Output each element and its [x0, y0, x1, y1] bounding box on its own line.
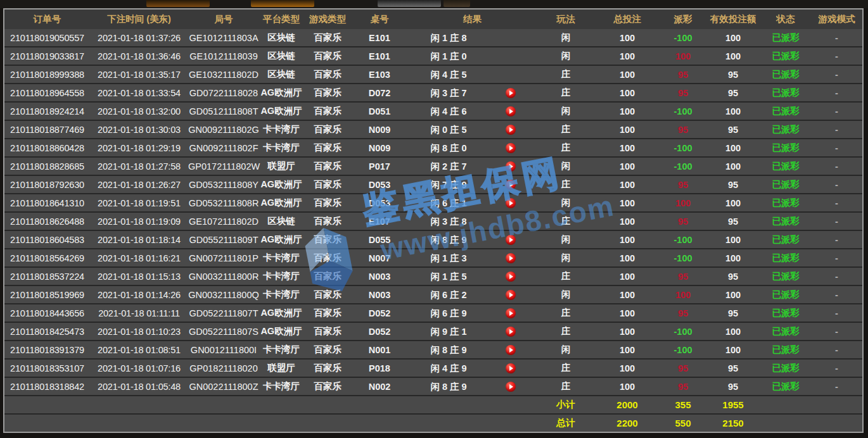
game-type: 百家乐: [303, 160, 352, 172]
bet-time: 2021-01-18 01:36:46: [90, 51, 188, 61]
replay-play-icon[interactable]: [506, 106, 516, 116]
status-badge: 已派彩: [760, 344, 811, 356]
result-text: 闲 0 庄 5: [407, 123, 490, 135]
payout-amount: 95: [660, 88, 706, 98]
replay-play-icon[interactable]: [506, 363, 516, 373]
replay-play-icon[interactable]: [506, 290, 516, 300]
replay-play-icon[interactable]: [506, 125, 516, 135]
replay-play-icon[interactable]: [506, 235, 516, 245]
valid-bet: 95: [706, 180, 760, 190]
round-id: GE1032111802D: [188, 70, 259, 80]
game-type: 百家乐: [303, 197, 352, 209]
status-badge: 已派彩: [760, 307, 811, 319]
total-bet: 100: [594, 106, 660, 116]
valid-bet: 95: [706, 382, 760, 392]
bet-side: 庄: [537, 123, 594, 135]
order-id: 210118018964558: [4, 88, 90, 98]
bet-time: 2021-01-18 01:19:09: [90, 216, 188, 227]
valid-bet: 95: [706, 70, 760, 80]
round-id: GP01821118020: [188, 363, 259, 373]
platform-type: AG欧洲厅: [259, 307, 303, 319]
col-header-payout: 派彩: [660, 13, 706, 25]
order-id: 210118018391379: [4, 345, 90, 355]
total-total-bet: 2200: [594, 418, 660, 429]
total-bet: 100: [594, 143, 660, 153]
game-mode: -: [811, 272, 862, 282]
table-number: D052: [352, 308, 407, 318]
col-header-valid-bet: 有效投注额: [706, 13, 760, 25]
order-id: 210118018860428: [4, 143, 90, 153]
bet-time: 2021-01-18 01:26:27: [90, 180, 188, 190]
table-number: N009: [352, 125, 407, 135]
total-bet: 100: [594, 290, 660, 300]
valid-bet: 100: [706, 198, 760, 208]
table-row: 210118019050557 2021-01-18 01:37:26 GE10…: [4, 29, 862, 46]
table-row: 210118018999388 2021-01-18 01:35:17 GE10…: [4, 65, 862, 83]
result-cell: 闲 8 庄 0: [407, 139, 537, 156]
result-text: 闲 8 庄 9: [407, 380, 490, 392]
status-badge: 已派彩: [760, 325, 811, 337]
table-number: N007: [352, 253, 407, 263]
game-type: 百家乐: [303, 307, 352, 319]
status-badge: 已派彩: [760, 289, 811, 301]
replay-play-icon[interactable]: [506, 198, 516, 208]
table-row: 210118019033817 2021-01-18 01:36:46 GE10…: [4, 46, 862, 65]
round-id: GE1012111803A: [188, 33, 259, 43]
game-mode: -: [811, 33, 862, 43]
payout-amount: 95: [660, 70, 706, 80]
bet-time: 2021-01-18 01:33:54: [90, 88, 188, 98]
total-bet: 100: [594, 51, 660, 61]
order-id: 210118019033817: [4, 51, 90, 61]
result-text: 闲 8 庄 9: [407, 344, 490, 356]
replay-play-icon[interactable]: [506, 88, 516, 98]
payout-amount: -100: [660, 106, 706, 116]
replay-play-icon[interactable]: [506, 382, 516, 392]
valid-bet: 100: [706, 327, 760, 337]
bet-time: 2021-01-18 01:27:58: [90, 161, 188, 172]
status-badge: 已派彩: [760, 270, 811, 282]
replay-play-icon[interactable]: [506, 143, 516, 153]
status-badge: 已派彩: [760, 178, 811, 191]
round-id: GN0032111800R: [188, 272, 259, 282]
game-mode: -: [811, 198, 862, 208]
total-bet: 100: [594, 327, 660, 337]
round-id: GD0552111809T: [188, 235, 259, 245]
table-number: D072: [352, 88, 407, 98]
game-mode: -: [811, 290, 862, 300]
replay-play-icon[interactable]: [506, 345, 516, 355]
game-type: 百家乐: [303, 68, 352, 80]
total-bet: 100: [594, 33, 660, 43]
table-number: N009: [352, 143, 407, 153]
subtotal-valid-bet: 1955: [706, 399, 760, 410]
game-type: 百家乐: [303, 32, 352, 44]
replay-play-icon[interactable]: [506, 161, 516, 172]
replay-play-icon[interactable]: [506, 272, 516, 282]
result-text: 闲 3 庄 8: [407, 215, 490, 227]
bet-side: 闲: [537, 234, 594, 246]
bet-time: 2021-01-18 01:37:26: [90, 33, 188, 43]
round-id: GD0512111808T: [188, 106, 259, 116]
subtotal-label: 小计: [537, 399, 594, 411]
table-number: D055: [352, 235, 407, 245]
result-cell: 闲 7 庄 9: [407, 176, 537, 193]
bet-time: 2021-01-18 01:08:51: [90, 345, 188, 355]
status-badge: 已派彩: [760, 68, 811, 80]
valid-bet: 100: [706, 345, 760, 355]
replay-play-icon[interactable]: [506, 253, 516, 263]
total-row: 总计 2200 550 2150: [4, 413, 862, 432]
col-header-bet-side: 玩法: [537, 13, 594, 25]
bet-time: 2021-01-18 01:14:26: [90, 290, 188, 300]
total-bet: 100: [594, 70, 660, 80]
replay-play-icon[interactable]: [506, 308, 516, 318]
bet-time: 2021-01-18 01:07:16: [90, 363, 188, 373]
total-bet: 100: [594, 216, 660, 227]
table-row: 210118018924214 2021-01-18 01:32:00 GD05…: [4, 101, 862, 120]
replay-play-icon[interactable]: [506, 180, 516, 190]
result-cell: 闲 6 庄 9: [407, 304, 537, 322]
game-mode: -: [811, 180, 862, 190]
total-bet: 100: [594, 308, 660, 318]
result-cell: 闲 1 庄 0: [407, 47, 537, 65]
game-type: 百家乐: [303, 50, 352, 62]
replay-play-icon[interactable]: [506, 327, 516, 337]
round-id: GN0092111802F: [188, 143, 259, 153]
